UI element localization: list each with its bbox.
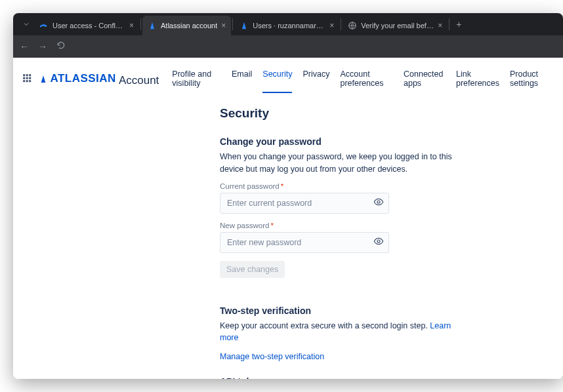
tab-title: Verify your email before reques <box>361 22 434 29</box>
window-dropdown-icon[interactable] <box>18 20 34 28</box>
tab-account-preferences[interactable]: Account preferences <box>340 66 393 93</box>
tab-title: Users · ruzannamarutyan · Atla <box>253 22 325 29</box>
svg-rect-6 <box>29 77 31 79</box>
browser-tab-active[interactable]: Atlassian account × <box>142 16 231 35</box>
svg-point-11 <box>377 240 380 243</box>
tab-link-preferences[interactable]: Link preferences <box>456 66 499 93</box>
account-nav: Profile and visibility Email Security Pr… <box>172 66 551 93</box>
close-icon[interactable]: × <box>329 21 334 30</box>
browser-tab[interactable]: Verify your email before reques × <box>343 16 448 35</box>
new-password-field-wrap <box>220 232 389 253</box>
page-content: ATLASSIAN Account Profile and visibility… <box>13 58 563 379</box>
atlassian-icon <box>240 21 249 30</box>
svg-rect-1 <box>23 74 25 76</box>
current-password-input[interactable] <box>220 193 389 214</box>
forward-button[interactable]: → <box>38 41 47 52</box>
new-tab-button[interactable]: + <box>451 19 467 29</box>
eye-icon[interactable] <box>373 197 384 210</box>
browser-window: User access - Confluence × Atlassian acc… <box>13 13 563 379</box>
main-content: Security Change your password When you c… <box>13 98 472 379</box>
brand-suffix: Account <box>119 74 159 87</box>
svg-rect-3 <box>29 74 31 76</box>
change-password-desc: When you change your password, we keep y… <box>220 151 469 176</box>
svg-rect-2 <box>26 74 28 76</box>
api-tokens-heading: API tokens <box>220 376 472 379</box>
api-tokens-section: API tokens A script or other process can… <box>220 376 472 379</box>
tab-privacy[interactable]: Privacy <box>302 66 329 93</box>
two-step-section: Two-step verification Keep your account … <box>220 305 472 363</box>
tab-security[interactable]: Security <box>262 66 292 93</box>
svg-rect-9 <box>29 80 31 82</box>
close-icon[interactable]: × <box>129 21 134 30</box>
eye-icon[interactable] <box>373 236 384 249</box>
browser-tab-strip: User access - Confluence × Atlassian acc… <box>13 13 563 35</box>
back-button[interactable]: ← <box>20 41 29 52</box>
browser-tab[interactable]: User access - Confluence × <box>34 16 139 35</box>
tab-connected-apps[interactable]: Connected apps <box>404 66 446 93</box>
svg-rect-7 <box>23 80 25 82</box>
save-changes-button[interactable]: Save changes <box>220 261 285 278</box>
globe-icon <box>348 21 357 30</box>
tab-email[interactable]: Email <box>232 66 252 93</box>
page-title: Security <box>220 106 472 121</box>
atlassian-icon <box>148 21 157 30</box>
svg-rect-5 <box>26 77 28 79</box>
app-switcher-icon[interactable] <box>22 73 31 85</box>
two-step-heading: Two-step verification <box>220 305 472 316</box>
confluence-icon <box>39 21 49 30</box>
browser-toolbar: ← → <box>13 35 563 58</box>
change-password-heading: Change your password <box>220 136 472 147</box>
new-password-label: New password* <box>220 222 472 229</box>
svg-point-10 <box>377 201 380 203</box>
current-password-label: Current password* <box>220 182 472 190</box>
brand-logo[interactable]: ATLASSIAN Account <box>38 72 159 87</box>
browser-tab[interactable]: Users · ruzannamarutyan · Atla × <box>234 16 339 35</box>
reload-button[interactable] <box>56 41 66 52</box>
app-header: ATLASSIAN Account Profile and visibility… <box>13 58 563 98</box>
tab-title: User access - Confluence <box>52 22 125 29</box>
current-password-field-wrap <box>220 193 389 214</box>
close-icon[interactable]: × <box>438 21 442 30</box>
change-password-section: Change your password When you change you… <box>220 136 472 292</box>
svg-rect-4 <box>23 77 25 79</box>
brand-name: ATLASSIAN <box>50 72 116 85</box>
new-password-input[interactable] <box>220 232 389 253</box>
manage-two-step-link[interactable]: Manage two-step verification <box>220 352 324 361</box>
svg-rect-8 <box>26 80 28 82</box>
close-icon[interactable]: × <box>221 21 226 30</box>
two-step-desc: Keep your account extra secure with a se… <box>220 320 469 345</box>
tab-title: Atlassian account <box>161 22 217 29</box>
tab-profile[interactable]: Profile and visibility <box>172 66 221 93</box>
tab-product-settings[interactable]: Product settings <box>510 66 551 93</box>
